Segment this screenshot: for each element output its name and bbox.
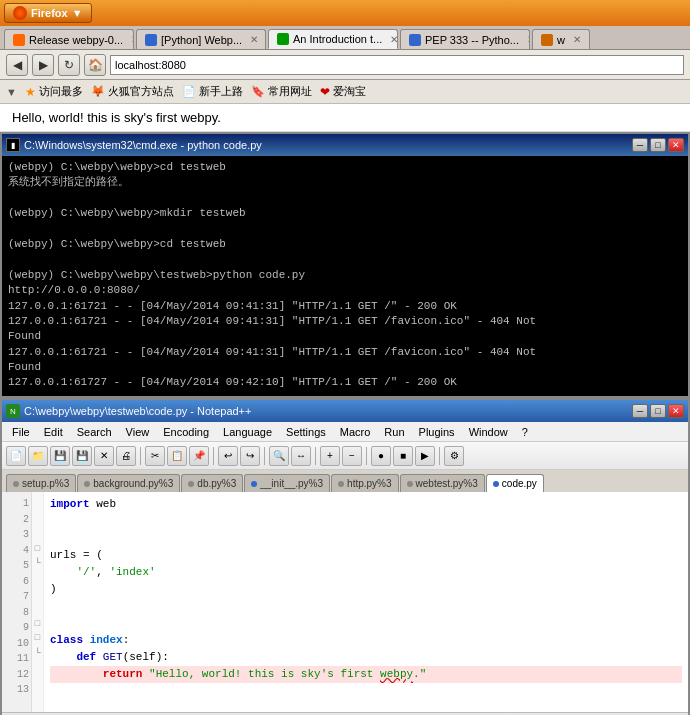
cmd-line-6: [8, 252, 682, 267]
npp-minimize-button[interactable]: ─: [632, 404, 648, 418]
npp-maximize-button[interactable]: □: [650, 404, 666, 418]
bookmark-taobao[interactable]: ❤ 爱淘宝: [320, 84, 366, 99]
toolbar-close[interactable]: ✕: [94, 446, 114, 466]
file-tab-6[interactable]: code.py: [486, 474, 544, 492]
menu-settings[interactable]: Settings: [280, 424, 332, 440]
file-tab-4[interactable]: http.py%3: [331, 474, 398, 492]
firefox-site-icon: 🦊: [91, 85, 105, 98]
toolbar-replace[interactable]: ↔: [291, 446, 311, 466]
code-editor[interactable]: 1234 5678 910111213 □ └ □ □ └ import web…: [2, 492, 688, 712]
bookmark-label-1: 火狐官方站点: [108, 84, 174, 99]
toolbar-zoomout[interactable]: −: [342, 446, 362, 466]
bookmark-label-3: 常用网址: [268, 84, 312, 99]
cmd-maximize-button[interactable]: □: [650, 138, 666, 152]
bookmark-visited[interactable]: ★ 访问最多: [25, 84, 83, 99]
file-tab-label-2: db.py%3: [197, 478, 236, 489]
toolbar-settings[interactable]: ⚙: [444, 446, 464, 466]
cmd-line-1: 系统找不到指定的路径。: [8, 175, 682, 190]
tab-close-2[interactable]: ✕: [390, 34, 398, 45]
firefox-label: Firefox: [31, 7, 68, 19]
bookmark-common[interactable]: 🔖 常用网址: [251, 84, 312, 99]
cmd-line-11: Found: [8, 329, 682, 344]
heart-icon: ❤: [320, 85, 330, 99]
toolbar-paste[interactable]: 📌: [189, 446, 209, 466]
bookmark-icon-2: 📄: [182, 85, 196, 98]
file-tab-3[interactable]: __init__.py%3: [244, 474, 330, 492]
file-tab-dot-0: [13, 481, 19, 487]
browser-tab-1[interactable]: [Python] Webp... ✕: [136, 29, 266, 49]
line-numbers: 1234 5678 910111213: [2, 492, 32, 712]
code-line-9: class index:: [50, 632, 682, 649]
cmd-line-0: (webpy) C:\webpy\webpy>cd testweb: [8, 160, 682, 175]
firefox-button[interactable]: Firefox ▼: [4, 3, 92, 23]
menu-language[interactable]: Language: [217, 424, 278, 440]
menu-edit[interactable]: Edit: [38, 424, 69, 440]
toolbar-redo[interactable]: ↪: [240, 446, 260, 466]
menu-macro[interactable]: Macro: [334, 424, 377, 440]
menu-window[interactable]: Window: [463, 424, 514, 440]
fold-gutter: □ └ □ □ └: [32, 492, 44, 712]
tab-label-0: Release webpy-0...: [29, 34, 123, 46]
browser-tab-2[interactable]: An Introduction t... ✕: [268, 29, 398, 49]
browser-tab-0[interactable]: Release webpy-0... ✕: [4, 29, 134, 49]
tab-close-1[interactable]: ✕: [250, 34, 258, 45]
menu-help[interactable]: ?: [516, 424, 534, 440]
toolbar-print[interactable]: 🖨: [116, 446, 136, 466]
toolbar-saveall[interactable]: 💾: [72, 446, 92, 466]
cmd-minimize-button[interactable]: ─: [632, 138, 648, 152]
menu-file[interactable]: File: [6, 424, 36, 440]
bookmark-label-4: 爱淘宝: [333, 84, 366, 99]
forward-button[interactable]: ▶: [32, 54, 54, 76]
file-tab-0[interactable]: setup.p%3: [6, 474, 76, 492]
cmd-close-button[interactable]: ✕: [668, 138, 684, 152]
address-input[interactable]: [110, 55, 684, 75]
toolbar-undo[interactable]: ↩: [218, 446, 238, 466]
tab-close-4[interactable]: ✕: [573, 34, 581, 45]
npp-close-button[interactable]: ✕: [668, 404, 684, 418]
file-tab-1[interactable]: background.py%3: [77, 474, 180, 492]
menu-encoding[interactable]: Encoding: [157, 424, 215, 440]
menu-plugins[interactable]: Plugins: [413, 424, 461, 440]
toolbar-find[interactable]: 🔍: [269, 446, 289, 466]
tab-favicon-3: [409, 34, 421, 46]
cmd-line-10: 127.0.0.1:61721 - - [04/May/2014 09:41:3…: [8, 314, 682, 329]
toolbar-cut[interactable]: ✂: [145, 446, 165, 466]
toolbar-save[interactable]: 💾: [50, 446, 70, 466]
cmd-window-controls: ─ □ ✕: [632, 138, 684, 152]
toolbar-new[interactable]: 📄: [6, 446, 26, 466]
bookmark-newuser[interactable]: 📄 新手上路: [182, 84, 243, 99]
code-line-7: [50, 598, 682, 615]
address-bar: ◀ ▶ ↻ 🏠: [0, 50, 690, 80]
bookmark-label-0: 访问最多: [39, 84, 83, 99]
firefox-taskbar: Firefox ▼: [0, 0, 690, 26]
cmd-line-2: [8, 191, 682, 206]
toolbar-macro-play[interactable]: ▶: [415, 446, 435, 466]
toolbar-macro-rec[interactable]: ●: [371, 446, 391, 466]
file-tab-dot-3: [251, 481, 257, 487]
toolbar-copy[interactable]: 📋: [167, 446, 187, 466]
toolbar-open[interactable]: 📁: [28, 446, 48, 466]
code-content: import web urls = ( '/', 'index' ) class…: [44, 492, 688, 712]
tab-close-0[interactable]: ✕: [131, 34, 134, 45]
back-button[interactable]: ◀: [6, 54, 28, 76]
cmd-line-8: http://0.0.0.0:8080/: [8, 283, 682, 298]
cmd-line-9: 127.0.0.1:61721 - - [04/May/2014 09:41:3…: [8, 299, 682, 314]
browser-tab-3[interactable]: PEP 333 -- Pytho... ✕: [400, 29, 530, 49]
bookmark-label-2: 新手上路: [199, 84, 243, 99]
menu-search[interactable]: Search: [71, 424, 118, 440]
file-tab-label-6: code.py: [502, 478, 537, 489]
browser-tab-4[interactable]: w ✕: [532, 29, 590, 49]
home-button[interactable]: 🏠: [84, 54, 106, 76]
npp-title-text: C:\webpy\webpy\testweb\code.py - Notepad…: [24, 405, 251, 417]
menu-run[interactable]: Run: [378, 424, 410, 440]
file-tab-2[interactable]: db.py%3: [181, 474, 243, 492]
toolbar-sep-1: [140, 447, 141, 465]
reload-button[interactable]: ↻: [58, 54, 80, 76]
tab-close-3[interactable]: ✕: [527, 34, 530, 45]
toolbar-macro-stop[interactable]: ■: [393, 446, 413, 466]
bookmark-firefox[interactable]: 🦊 火狐官方站点: [91, 84, 174, 99]
menu-view[interactable]: View: [120, 424, 156, 440]
npp-menubar: File Edit Search View Encoding Language …: [2, 422, 688, 442]
file-tab-5[interactable]: webtest.py%3: [400, 474, 485, 492]
toolbar-zoomin[interactable]: +: [320, 446, 340, 466]
